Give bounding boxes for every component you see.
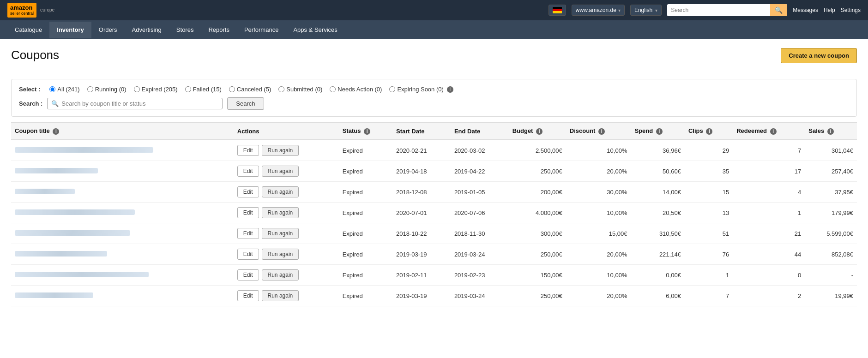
- nav-advertising[interactable]: Advertising: [125, 22, 169, 38]
- nav-reports[interactable]: Reports: [201, 22, 237, 38]
- coupon-redeemed-cell: 2: [733, 286, 805, 306]
- table-row: EditRun againExpired2019-02-112019-02-23…: [11, 265, 857, 286]
- coupon-budget-cell: 300,00€: [509, 223, 566, 244]
- coupon-title-cell: [11, 244, 234, 265]
- edit-button[interactable]: Edit: [237, 249, 259, 260]
- coupon-title-blurred: [15, 209, 135, 215]
- coupon-status-cell: Expired: [339, 223, 392, 244]
- sales-info-icon[interactable]: i: [827, 128, 834, 135]
- coupon-spend-cell: 310,50€: [631, 223, 684, 244]
- coupon-discount-cell: 15,00€: [566, 223, 631, 244]
- coupon-title-cell: [11, 265, 234, 286]
- settings-link[interactable]: Settings: [841, 7, 861, 13]
- run-again-button[interactable]: Run again: [262, 249, 299, 260]
- budget-info-icon[interactable]: i: [536, 128, 542, 135]
- filter-running[interactable]: Running (0): [87, 86, 127, 93]
- table-header-row: Coupon title i Actions Status i Start Da…: [11, 123, 857, 140]
- edit-button[interactable]: Edit: [237, 290, 259, 301]
- status-info-icon[interactable]: i: [364, 128, 370, 135]
- coupon-spend-cell: 14,00€: [631, 182, 684, 203]
- table-row: EditRun againExpired2018-12-082019-01-05…: [11, 182, 857, 203]
- coupon-status-cell: Expired: [339, 203, 392, 223]
- coupon-actions-cell: EditRun again: [234, 161, 339, 182]
- nav-inventory[interactable]: Inventory: [49, 22, 91, 38]
- coupon-status-cell: Expired: [339, 265, 392, 286]
- spend-info-icon[interactable]: i: [656, 128, 663, 135]
- run-again-button[interactable]: Run again: [262, 166, 299, 177]
- coupon-sales-cell: 301,04€: [805, 140, 857, 161]
- coupon-title-cell: [11, 203, 234, 223]
- coupon-status-cell: Expired: [339, 161, 392, 182]
- coupon-search-input[interactable]: [61, 100, 218, 107]
- col-header-title: Coupon title i: [11, 123, 234, 140]
- table-row: EditRun againExpired2019-03-192019-03-24…: [11, 286, 857, 306]
- filter-expired[interactable]: Expired (205): [134, 86, 178, 93]
- discount-info-icon[interactable]: i: [598, 128, 605, 135]
- nav-performance[interactable]: Performance: [237, 22, 286, 38]
- filter-failed[interactable]: Failed (15): [185, 86, 222, 93]
- filter-expiring-soon[interactable]: Expiring Soon (0) i: [389, 86, 453, 93]
- coupon-spend-cell: 36,96€: [631, 140, 684, 161]
- language-selector[interactable]: English ▾: [630, 5, 662, 16]
- top-search-bar[interactable]: 🔍: [667, 4, 787, 16]
- coupon-discount-cell: 20,00%: [566, 161, 631, 182]
- logo-area: amazon seller central europe: [7, 3, 54, 18]
- coupon-clips-cell: 1: [685, 265, 733, 286]
- top-search-input[interactable]: [667, 5, 770, 16]
- flag-selector[interactable]: [549, 5, 566, 16]
- coupon-title-blurred: [15, 147, 153, 153]
- coupon-budget-cell: 200,00€: [509, 182, 566, 203]
- top-bar: amazon seller central europe www.amazon.…: [0, 0, 868, 20]
- edit-button[interactable]: Edit: [237, 145, 259, 156]
- coupon-title-blurred: [15, 230, 130, 236]
- edit-button[interactable]: Edit: [237, 207, 259, 218]
- table-row: EditRun againExpired2019-04-182019-04-22…: [11, 161, 857, 182]
- redeemed-info-icon[interactable]: i: [770, 128, 777, 135]
- coupon-start-date-cell: 2020-02-21: [392, 140, 451, 161]
- nav-orders[interactable]: Orders: [91, 22, 125, 38]
- coupon-title-blurred: [15, 251, 107, 257]
- run-again-button[interactable]: Run again: [262, 290, 299, 301]
- domain-selector[interactable]: www.amazon.de ▾: [572, 5, 625, 16]
- search-button[interactable]: Search: [227, 97, 264, 110]
- coupon-redeemed-cell: 7: [733, 140, 805, 161]
- coupon-start-date-cell: 2019-04-18: [392, 161, 451, 182]
- edit-button[interactable]: Edit: [237, 228, 259, 239]
- col-header-spend: Spend i: [631, 123, 684, 140]
- edit-button[interactable]: Edit: [237, 269, 259, 280]
- coupon-actions-cell: EditRun again: [234, 286, 339, 306]
- clips-info-icon[interactable]: i: [706, 128, 712, 135]
- edit-button[interactable]: Edit: [237, 166, 259, 177]
- create-coupon-button[interactable]: Create a new coupon: [781, 48, 857, 63]
- run-again-button[interactable]: Run again: [262, 207, 299, 218]
- col-header-actions: Actions: [234, 123, 339, 140]
- filter-all[interactable]: All (241): [49, 86, 79, 93]
- filter-needs-action[interactable]: Needs Action (0): [330, 86, 382, 93]
- nav-catalogue[interactable]: Catalogue: [7, 22, 49, 38]
- run-again-button[interactable]: Run again: [262, 269, 299, 280]
- nav-apps-services[interactable]: Apps & Services: [286, 22, 344, 38]
- table-row: EditRun againExpired2018-10-222018-11-30…: [11, 223, 857, 244]
- run-again-button[interactable]: Run again: [262, 186, 299, 197]
- coupon-title-cell: [11, 140, 234, 161]
- edit-button[interactable]: Edit: [237, 186, 259, 197]
- run-again-button[interactable]: Run again: [262, 145, 299, 156]
- title-info-icon[interactable]: i: [53, 128, 59, 135]
- coupon-status-cell: Expired: [339, 286, 392, 306]
- coupon-sales-cell: 37,95€: [805, 182, 857, 203]
- run-again-button[interactable]: Run again: [262, 228, 299, 239]
- coupon-sales-cell: 5.599,00€: [805, 223, 857, 244]
- filter-canceled[interactable]: Canceled (5): [229, 86, 271, 93]
- filter-row: Select : All (241) Running (0) Expired (…: [19, 86, 849, 93]
- expiring-soon-info-icon[interactable]: i: [447, 86, 453, 93]
- coupon-discount-cell: 20,00%: [566, 286, 631, 306]
- messages-link[interactable]: Messages: [793, 7, 818, 13]
- help-link[interactable]: Help: [824, 7, 835, 13]
- nav-stores[interactable]: Stores: [169, 22, 201, 38]
- coupon-spend-cell: 50,60€: [631, 161, 684, 182]
- filter-submitted[interactable]: Submitted (0): [278, 86, 322, 93]
- search-input-wrap[interactable]: 🔍: [47, 98, 223, 109]
- coupon-end-date-cell: 2018-11-30: [451, 223, 509, 244]
- top-search-button[interactable]: 🔍: [770, 4, 787, 16]
- coupon-discount-cell: 30,00%: [566, 182, 631, 203]
